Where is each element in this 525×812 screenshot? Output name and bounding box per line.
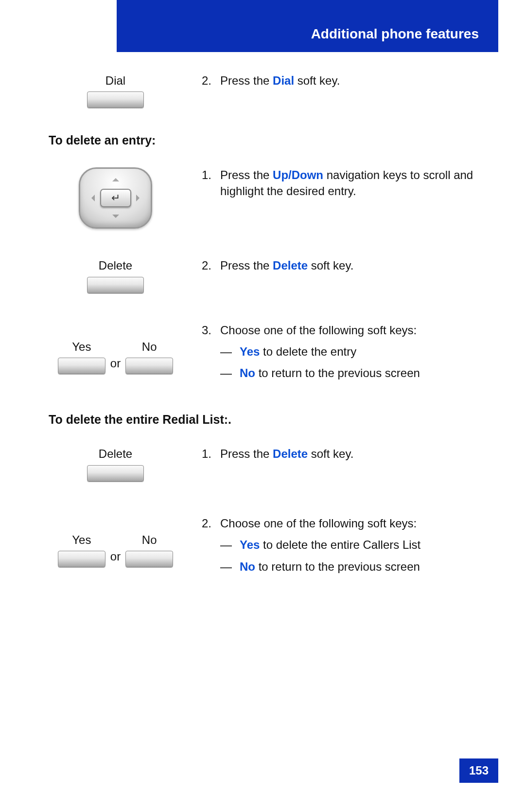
text: Choose one of the following soft keys:: [220, 324, 417, 337]
dash: —: [220, 537, 240, 553]
step-text: Press the Up/Down navigation keys to scr…: [220, 167, 489, 199]
row-yesno-all: Yes or No 2. Choose one of the follow: [49, 516, 489, 580]
step-number: 2.: [202, 258, 220, 273]
row-deleteall: Delete 1. Press the Delete soft key.: [49, 446, 489, 481]
text: Press the: [220, 168, 273, 181]
option: — Yes to delete the entire Callers List: [220, 537, 489, 553]
step-nav: 1. Press the Up/Down navigation keys to …: [202, 167, 489, 199]
text: to delete the entry: [260, 345, 356, 358]
softkey-dial-icon: [87, 91, 144, 108]
text: to return to the previous screen: [255, 366, 420, 379]
section-heading-delete-all: To delete the entire Redial List:.: [49, 412, 489, 428]
keyword: Delete: [273, 259, 308, 272]
step-text: Choose one of the following soft keys: —…: [220, 323, 489, 387]
instr-nav: 1. Press the Up/Down navigation keys to …: [182, 167, 489, 199]
text: to delete the entire Callers List: [260, 538, 420, 551]
step-text: Choose one of the following soft keys: —…: [220, 516, 489, 580]
text: soft key.: [294, 74, 340, 87]
instr-dial: 2. Press the Dial soft key.: [182, 73, 489, 89]
chevron-right-icon: [136, 195, 143, 201]
document-page: Additional phone features Dial 2. Press …: [0, 0, 525, 812]
instr-chooseall: 2. Choose one of the following soft keys…: [182, 516, 489, 580]
instr-deleteall: 1. Press the Delete soft key.: [182, 446, 489, 462]
step-text: Press the Dial soft key.: [220, 73, 340, 89]
keyword: Up/Down: [273, 168, 323, 181]
step-number: 2.: [202, 73, 220, 89]
dash: —: [220, 344, 240, 360]
step-text: Press the Delete soft key.: [220, 258, 353, 273]
softkey-yes-icon: [58, 358, 105, 374]
softkey-label-no: No: [142, 532, 157, 548]
row-nav: ↵ 1. Press the Up/Down navigation keys t…: [49, 167, 489, 229]
keyword: Delete: [273, 447, 308, 460]
option: — No to return to the previous screen: [220, 559, 489, 575]
softkey-no-icon: [125, 358, 173, 374]
softkey-delete-icon: [87, 465, 144, 482]
softkey-no-icon: [125, 551, 173, 567]
keyword: No: [240, 366, 255, 379]
option: — Yes to delete the entry: [220, 344, 489, 360]
text: Press the: [220, 259, 273, 272]
step-number: 1.: [202, 167, 220, 199]
illus-nav: ↵: [49, 167, 182, 229]
header-title: Additional phone features: [311, 25, 479, 43]
softkey-no-col: No: [125, 532, 173, 567]
softkey-label-delete: Delete: [99, 258, 132, 273]
softkey-label-yes: Yes: [72, 339, 91, 355]
softkey-label-dial: Dial: [105, 73, 125, 89]
softkey-label-yes: Yes: [72, 532, 91, 548]
softkey-yes-col: Yes: [58, 339, 105, 374]
step-delete: 2. Press the Delete soft key.: [202, 258, 489, 273]
step-choose: 3. Choose one of the following soft keys…: [202, 323, 489, 387]
softkey-no-col: No: [125, 339, 173, 374]
or-label: or: [110, 549, 121, 567]
dash: —: [220, 365, 240, 381]
section-heading-delete-entry: To delete an entry:: [49, 132, 489, 149]
step-choose: 2. Choose one of the following soft keys…: [202, 516, 489, 580]
instr-delete: 2. Press the Delete soft key.: [182, 258, 489, 273]
illus-dial: Dial: [49, 73, 182, 108]
softkey-label-delete: Delete: [99, 446, 132, 462]
step-text: Press the Delete soft key.: [220, 446, 353, 462]
keyword: Yes: [240, 345, 260, 358]
illus-deleteall: Delete: [49, 446, 182, 481]
row-delete: Delete 2. Press the Delete soft key.: [49, 258, 489, 293]
nav-rocker-icon: ↵: [79, 167, 152, 229]
text: Press the: [220, 447, 273, 460]
text: Choose one of the following soft keys:: [220, 517, 417, 530]
content-body: Dial 2. Press the Dial soft key. To dele…: [49, 73, 489, 580]
enter-key-icon: ↵: [100, 189, 131, 207]
illus-yesno-all: Yes or No: [49, 516, 182, 567]
keyword: No: [240, 560, 255, 573]
chevron-left-icon: [88, 195, 95, 201]
option: — No to return to the previous screen: [220, 365, 489, 381]
or-label: or: [110, 356, 121, 374]
row-yesno: Yes or No 3. Choose one of the follow: [49, 323, 489, 387]
softkey-label-no: No: [142, 339, 157, 355]
illus-delete: Delete: [49, 258, 182, 293]
text: soft key.: [308, 259, 353, 272]
step-dial: 2. Press the Dial soft key.: [202, 73, 489, 89]
dash: —: [220, 559, 240, 575]
text: to return to the previous screen: [255, 560, 420, 573]
softkey-delete-icon: [87, 277, 144, 293]
row-dial: Dial 2. Press the Dial soft key.: [49, 73, 489, 108]
chevron-up-icon: [112, 175, 119, 181]
text: soft key.: [308, 447, 353, 460]
header-strip: Additional phone features: [117, 0, 498, 52]
keyword: Yes: [240, 538, 260, 551]
page-number: 153: [459, 758, 498, 783]
softkey-yes-icon: [58, 551, 105, 567]
illus-yesno: Yes or No: [49, 323, 182, 374]
step-number: 2.: [202, 516, 220, 580]
softkey-yes-col: Yes: [58, 532, 105, 567]
chevron-down-icon: [112, 215, 119, 221]
text: Press the: [220, 74, 273, 87]
step-delete: 1. Press the Delete soft key.: [202, 446, 489, 462]
keyword: Dial: [273, 74, 294, 87]
step-number: 3.: [202, 323, 220, 387]
instr-choose: 3. Choose one of the following soft keys…: [182, 323, 489, 387]
step-number: 1.: [202, 446, 220, 462]
